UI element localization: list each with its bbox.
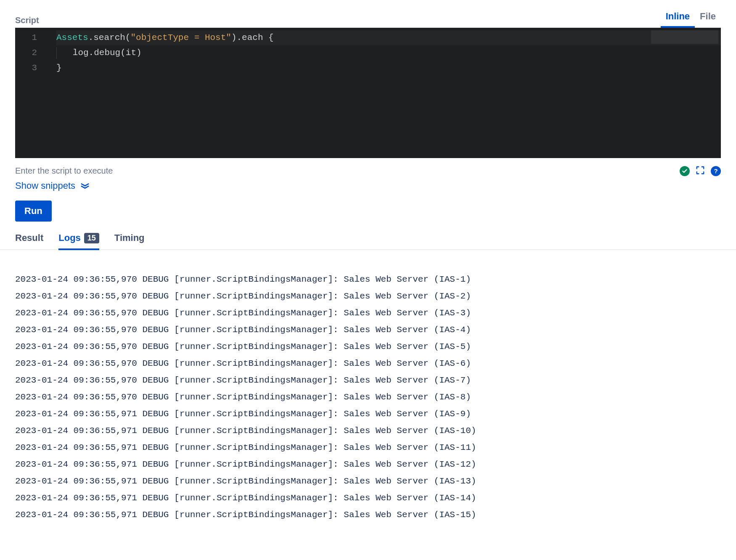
show-snippets-link[interactable]: Show snippets [0,176,736,191]
token-class: Assets [56,33,88,42]
token-string: "objectType = Host" [130,33,231,42]
result-tabs: Result Logs 15 Timing [0,222,736,250]
fullscreen-icon[interactable] [696,166,705,176]
code-line[interactable]: log.debug(it) [56,45,721,61]
editor-content[interactable]: Assets.search("objectType = Host").each … [45,28,721,158]
logs-output[interactable]: 2023-01-24 09:36:55,970 DEBUG [runner.Sc… [0,250,736,523]
tab-timing[interactable]: Timing [114,232,145,250]
tab-result[interactable]: Result [15,232,43,250]
tab-logs-label: Logs [58,232,81,243]
editor-minimap[interactable] [651,30,718,44]
code-editor[interactable]: 1 2 3 Assets.search("objectType = Host")… [15,28,721,158]
line-number: 3 [15,61,37,76]
token-plain: log.debug(it) [57,48,142,58]
token-plain: .search( [88,33,131,42]
show-snippets-label: Show snippets [15,180,75,191]
token-plain: } [56,63,62,73]
validation-ok-icon [680,166,690,176]
logs-count-badge: 15 [84,233,99,243]
token-plain: ).each { [231,33,274,42]
run-button[interactable]: Run [15,201,52,222]
line-number: 2 [15,45,37,61]
editor-gutter: 1 2 3 [15,28,45,158]
line-number: 1 [15,30,37,45]
source-tabs: Inline File [661,8,721,28]
chevron-down-icon [80,183,90,189]
tab-file[interactable]: File [695,8,721,28]
editor-hint: Enter the script to execute [15,166,113,176]
code-line[interactable]: } [56,61,721,76]
tab-inline[interactable]: Inline [661,8,695,28]
code-line[interactable]: Assets.search("objectType = Host").each … [56,30,721,45]
script-section-label: Script [15,16,39,28]
tab-logs[interactable]: Logs 15 [58,232,99,250]
help-icon[interactable]: ? [711,166,721,176]
